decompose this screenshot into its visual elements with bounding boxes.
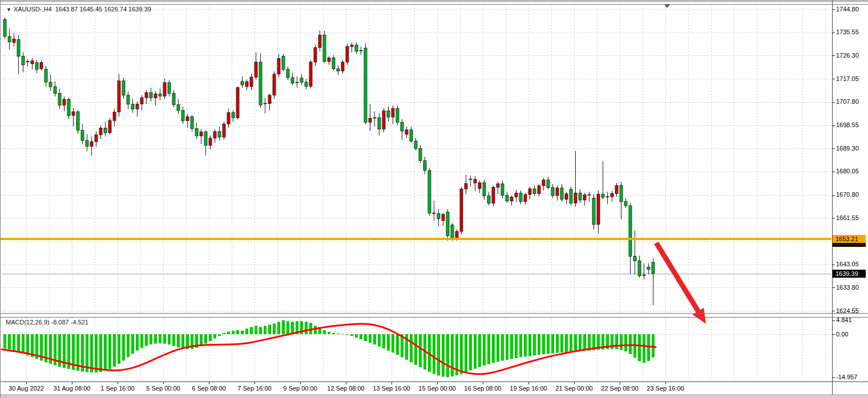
chart-window: ▼XAUUSD-,H4 1643.87 1645.45 1626.74 1639…: [0, 0, 868, 398]
price-tick-label: 1670.80: [836, 191, 859, 198]
macd-indicator-label: MACD(12,26,9) -8.087 -4.521: [6, 319, 88, 326]
time-tick-label: 16 Sep 08:00: [464, 385, 501, 392]
time-tick-label: 21 Sep 00:00: [555, 385, 592, 392]
time-tick-label: 5 Sep 00:00: [146, 385, 180, 392]
symbol-ohlc-text: XAUUSD-,H4 1643.87 1645.45 1626.74 1639.…: [14, 6, 151, 13]
time-tick-label: 22 Sep 08:00: [601, 385, 638, 392]
alert-price-label[interactable]: 1653.21: [833, 235, 866, 243]
time-tick-label: 15 Sep 00:00: [418, 385, 455, 392]
macd-tick-label: 0.00: [836, 331, 848, 338]
macd-tick-label: 4.841: [836, 316, 852, 324]
price-tick-label: 1717.05: [836, 75, 859, 83]
window-bottom-band: [1, 395, 868, 398]
price-tick-label: 1726.30: [836, 52, 859, 59]
bid-price-label: 1639.39: [833, 270, 866, 278]
price-tick-label: 1624.55: [836, 307, 859, 315]
time-tick-label: 12 Sep 08:00: [327, 385, 364, 392]
price-tick-label: 1633.80: [836, 284, 859, 291]
chart-canvas[interactable]: [1, 1, 868, 398]
price-tick-label: 1735.55: [836, 29, 859, 36]
time-tick-label: 30 Aug 2022: [9, 385, 44, 392]
price-tick-label: 1661.55: [836, 214, 859, 222]
covered-price-label: [833, 243, 866, 247]
symbol-ohlc-label: ▼XAUUSD-,H4 1643.87 1645.45 1626.74 1639…: [6, 6, 151, 13]
price-axis[interactable]: 1653.21 1639.39 1744.801735.551726.30171…: [832, 1, 868, 394]
price-tick-label: 1643.05: [836, 261, 859, 268]
time-tick-label: 23 Sep 16:00: [647, 385, 684, 392]
time-tick-label: 13 Sep 16:00: [373, 385, 410, 392]
time-tick-label: 9 Sep 00:00: [283, 385, 317, 392]
time-tick-label: 1 Sep 16:00: [100, 385, 134, 392]
price-tick-label: 1689.30: [836, 145, 859, 152]
price-tick-label: 1680.05: [836, 168, 859, 175]
price-tick-label: 1744.80: [836, 6, 859, 13]
price-tick-label: 1707.80: [836, 98, 859, 105]
time-axis[interactable]: 30 Aug 202231 Aug 08:001 Sep 16:005 Sep …: [1, 381, 832, 394]
macd-tick-label: -14.957: [836, 373, 857, 381]
price-tick-label: 1698.55: [836, 121, 859, 129]
time-tick-label: 6 Sep 08:00: [192, 385, 225, 392]
time-tick-label: 19 Sep 16:00: [510, 385, 547, 392]
time-tick-label: 7 Sep 16:00: [237, 385, 271, 392]
symbol-dropdown-icon[interactable]: ▼: [6, 7, 11, 13]
time-tick-label: 31 Aug 08:00: [54, 385, 91, 392]
